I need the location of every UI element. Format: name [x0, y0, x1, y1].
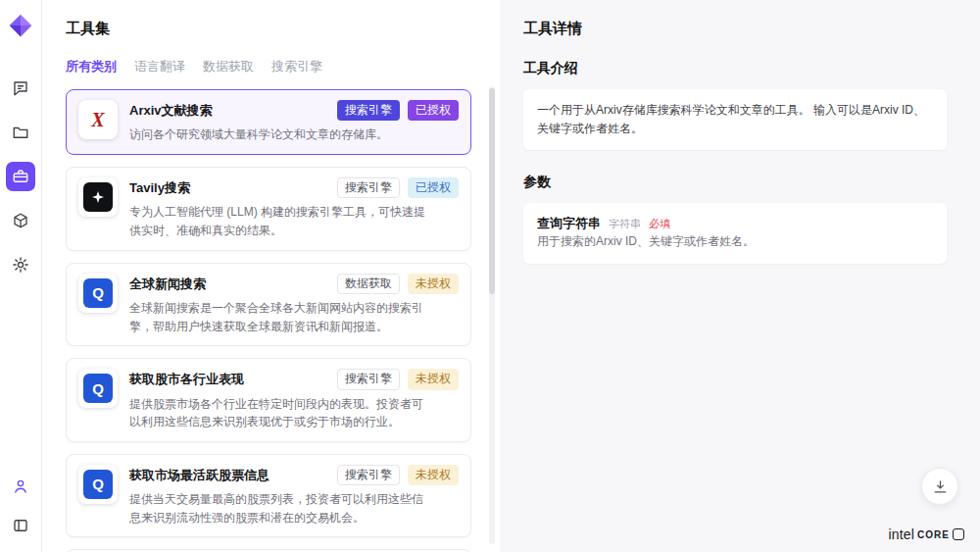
tool-badges: 搜索引擎已授权 [337, 100, 459, 121]
category-badge: 搜索引擎 [337, 369, 400, 389]
sidebar-item-collapse[interactable] [6, 511, 35, 540]
tool-detail-panel: 工具详情 工具介绍 一个用于从Arxiv存储库搜索科学论文和文章的工具。 输入可… [500, 0, 980, 552]
param-type: 字符串 [609, 217, 641, 231]
category-badge: 搜索引擎 [337, 465, 400, 485]
tool-card-header: Arxiv文献搜索搜索引擎已授权 [129, 100, 459, 121]
category-tab[interactable]: 数据获取 [203, 58, 254, 75]
param-card: 查询字符串 字符串 必填 用于搜索的Arxiv ID、关键字或作者姓名。 [523, 203, 947, 263]
tool-icon [78, 177, 118, 217]
tool-description: 全球新闻搜索是一个聚合全球各大新闻网站内容的搜索引擎，帮助用户快速获取全球最新资… [129, 299, 459, 335]
sidebar-item-plugins[interactable] [6, 206, 35, 235]
auth-status-badge: 已授权 [408, 177, 459, 198]
tool-card-body: 全球新闻搜索数据获取未授权全球新闻搜索是一个聚合全球各大新闻网站内容的搜索引擎，… [129, 274, 459, 336]
tool-card-header: 获取市场最活跃股票信息搜索引擎未授权 [129, 465, 459, 485]
brand-secondary: CORE [917, 529, 950, 540]
tool-card-header: 全球新闻搜索数据获取未授权 [129, 274, 459, 294]
sparkle-icon [83, 182, 113, 212]
auth-status-badge: 未授权 [408, 369, 459, 389]
category-badge: 搜索引擎 [337, 177, 400, 198]
chat-icon [12, 79, 29, 97]
intro-heading: 工具介绍 [523, 60, 947, 77]
tool-card-body: 获取股市各行业表现搜索引擎未授权提供股票市场各个行业在特定时间段内的表现。投资者… [129, 369, 459, 431]
param-header: 查询字符串 字符串 必填 [537, 215, 933, 232]
tool-name: 全球新闻搜索 [129, 274, 329, 293]
tool-description: 提供当天交易量最高的股票列表，投资者可以利用这些信息来识别流动性强的股票和潜在的… [129, 490, 459, 527]
tool-name: 获取股市各行业表现 [129, 369, 329, 388]
tool-name: Arxiv文献搜索 [129, 100, 329, 120]
folder-icon [12, 124, 29, 141]
panel-icon [12, 517, 29, 534]
auth-status-badge: 未授权 [408, 465, 459, 485]
scrollbar-thumb[interactable] [489, 88, 495, 294]
tool-icon: Q [78, 274, 118, 313]
tool-card-header: 获取股市各行业表现搜索引擎未授权 [129, 369, 459, 389]
detail-title: 工具详情 [523, 20, 947, 38]
sidebar [0, 0, 42, 552]
tool-card-header: Tavily搜索搜索引擎已授权 [129, 177, 459, 198]
tool-icon: Q [78, 369, 118, 408]
tool-name: Tavily搜索 [129, 177, 329, 197]
briefcase-icon [12, 168, 29, 185]
category-tab[interactable]: 语言翻译 [134, 58, 185, 75]
tool-list: XArxiv文献搜索搜索引擎已授权访问各个研究领域大量科学论文和文章的存储库。T… [66, 89, 471, 552]
tool-description: 提供股票市场各个行业在特定时间段内的表现。投资者可以利用这些信息来识别表现优于或… [129, 395, 459, 431]
box-icon [12, 212, 29, 229]
download-icon [932, 478, 949, 495]
intro-card: 一个用于从Arxiv存储库搜索科学论文和文章的工具。 输入可以是Arxiv ID… [523, 89, 947, 150]
tool-card[interactable]: XArxiv文献搜索搜索引擎已授权访问各个研究领域大量科学论文和文章的存储库。 [66, 89, 471, 155]
sidebar-bottom [6, 472, 35, 540]
tool-badges: 搜索引擎未授权 [337, 465, 459, 485]
tool-card-body: 获取市场最活跃股票信息搜索引擎未授权提供当天交易量最高的股票列表，投资者可以利用… [129, 465, 459, 527]
category-tab[interactable]: 所有类别 [66, 58, 117, 75]
tool-name: 获取市场最活跃股票信息 [129, 465, 329, 484]
brand-badge-icon [953, 528, 964, 540]
gear-icon [12, 256, 29, 274]
q-logo-icon: Q [83, 278, 113, 308]
list-scrollbar[interactable] [489, 86, 495, 544]
tool-list-panel: 工具集 所有类别语言翻译数据获取搜索引擎 XArxiv文献搜索搜索引擎已授权访问… [42, 0, 500, 552]
tool-card[interactable]: Q全球新闻搜索数据获取未授权全球新闻搜索是一个聚合全球各大新闻网站内容的搜索引擎… [66, 263, 471, 347]
tool-card[interactable]: Q获取市场最活跃股票信息搜索引擎未授权提供当天交易量最高的股票列表，投资者可以利… [66, 454, 471, 538]
param-required-flag: 必填 [649, 217, 670, 231]
tool-badges: 搜索引擎已授权 [337, 177, 459, 198]
brand-primary: intel [888, 527, 914, 542]
q-logo-icon: Q [83, 470, 113, 499]
tool-description: 访问各个研究领域大量科学论文和文章的存储库。 [129, 125, 459, 144]
app-window: 工具集 所有类别语言翻译数据获取搜索引擎 XArxiv文献搜索搜索引擎已授权访问… [0, 0, 980, 552]
category-badge: 搜索引擎 [337, 100, 400, 121]
auth-status-badge: 未授权 [408, 274, 459, 294]
sidebar-item-settings[interactable] [6, 250, 35, 279]
q-logo-icon: Q [83, 374, 113, 403]
tool-card[interactable]: Tavily搜索搜索引擎已授权专为人工智能代理 (LLM) 构建的搜索引擎工具，… [66, 167, 471, 251]
sidebar-item-tools[interactable] [6, 162, 35, 191]
param-name: 查询字符串 [537, 215, 601, 232]
category-tab[interactable]: 搜索引擎 [271, 58, 322, 75]
param-description: 用于搜索的Arxiv ID、关键字或作者姓名。 [537, 232, 933, 251]
auth-status-badge: 已授权 [408, 100, 459, 121]
tool-card-body: Tavily搜索搜索引擎已授权专为人工智能代理 (LLM) 构建的搜索引擎工具，… [129, 177, 459, 240]
tool-badges: 搜索引擎未授权 [337, 369, 459, 389]
tool-card-body: Arxiv文献搜索搜索引擎已授权访问各个研究领域大量科学论文和文章的存储库。 [129, 100, 459, 144]
sidebar-nav [6, 74, 35, 279]
intel-core-logo: intel CORE [888, 527, 964, 542]
sidebar-item-chat[interactable] [6, 74, 35, 103]
arxiv-logo-icon: X [83, 105, 113, 134]
tool-badges: 数据获取未授权 [337, 274, 459, 294]
params-heading: 参数 [523, 174, 947, 191]
tool-icon: X [78, 100, 118, 139]
tool-card[interactable]: Q获取股市各行业表现搜索引擎未授权提供股票市场各个行业在特定时间段内的表现。投资… [66, 358, 471, 442]
category-tabs: 所有类别语言翻译数据获取搜索引擎 [66, 58, 500, 75]
page-title: 工具集 [66, 20, 500, 38]
sidebar-item-user[interactable] [6, 472, 35, 501]
category-badge: 数据获取 [337, 274, 400, 294]
sidebar-item-files[interactable] [6, 118, 35, 147]
app-logo-icon [8, 13, 33, 38]
tool-description: 专为人工智能代理 (LLM) 构建的搜索引擎工具，可快速提供实时、准确和真实的结… [129, 203, 459, 239]
intro-text: 一个用于从Arxiv存储库搜索科学论文和文章的工具。 输入可以是Arxiv ID… [537, 101, 933, 138]
tool-icon: Q [78, 465, 118, 504]
download-button[interactable] [921, 468, 958, 505]
user-icon [12, 477, 29, 495]
